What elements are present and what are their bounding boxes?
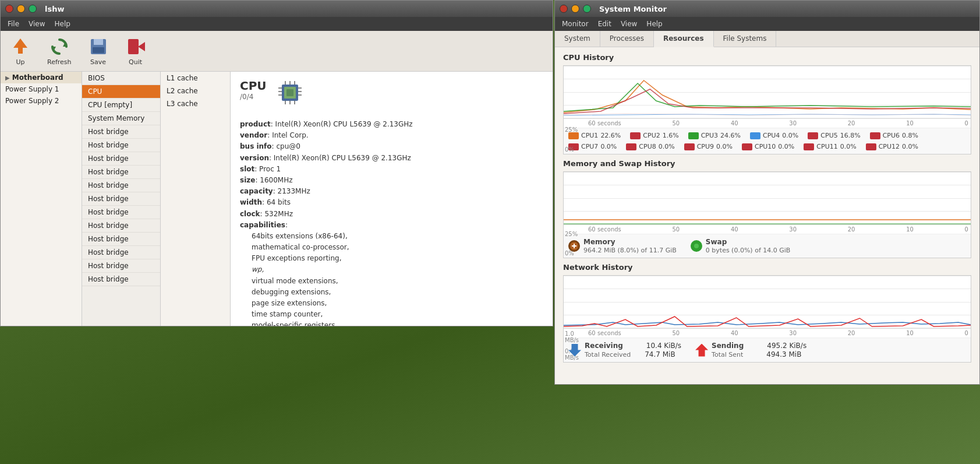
- swap-detail: Swap 0 bytes (0.0%) of 14.0 GiB: [706, 238, 791, 254]
- tab-processes[interactable]: Processes: [600, 31, 654, 47]
- legend-cpu1-value: 22.6%: [600, 132, 621, 139]
- legend-cpu6-color: [870, 132, 880, 139]
- refresh-button[interactable]: Refresh: [43, 34, 76, 68]
- legend-cpu9-value: 0.0%: [716, 143, 733, 150]
- tree-arrow-icon: ▶: [5, 75, 10, 81]
- cache-l3[interactable]: L3 cache: [161, 97, 230, 110]
- lshw-title: lshw: [45, 5, 64, 13]
- legend-cpu12-color: [866, 143, 876, 150]
- comp-host-bridge-10[interactable]: Host bridge: [82, 246, 160, 259]
- legend-cpu11-color: [804, 143, 814, 150]
- cap-7: time stamp counter,: [252, 309, 543, 320]
- comp-host-bridge-3[interactable]: Host bridge: [82, 152, 160, 166]
- cpu-y-0: 0%: [565, 146, 585, 153]
- mem-t-40: 40: [731, 226, 738, 233]
- sysmon-close-button[interactable]: [560, 5, 568, 13]
- cpu-t-50: 50: [672, 120, 680, 126]
- cache-l2[interactable]: L2 cache: [161, 85, 230, 97]
- comp-cpu[interactable]: CPU: [82, 85, 160, 99]
- bus-info-label: bus info: [240, 142, 272, 150]
- lshw-toolbar: Up Refresh Save: [1, 31, 553, 72]
- comp-host-bridge-6[interactable]: Host bridge: [82, 192, 160, 206]
- sysmon-tabs: System Processes Resources File Systems: [555, 31, 979, 47]
- comp-host-bridge-5[interactable]: Host bridge: [82, 179, 160, 192]
- mem-time-labels: 60 seconds 50 40 30 20 10 0: [564, 224, 971, 234]
- network-legend: Receiving 10.4 KiB/s Total Received 74.7…: [564, 338, 971, 362]
- net-t-30: 30: [789, 330, 797, 336]
- legend-cpu9-label: CPU9: [697, 143, 714, 150]
- cache-l1[interactable]: L1 cache: [161, 72, 230, 85]
- net-t-40: 40: [731, 330, 738, 336]
- tab-resources[interactable]: Resources: [654, 31, 714, 47]
- legend-cpu3-label: CPU3: [701, 132, 718, 139]
- mem-t-0: 0: [965, 226, 968, 233]
- sending-value: 495.2 KiB/s: [767, 342, 806, 350]
- close-button[interactable]: [5, 5, 13, 13]
- cap-2: FPU exceptions reporting,: [252, 253, 543, 264]
- lshw-titlebar: lshw: [1, 1, 553, 17]
- network-chart-svg: [564, 276, 971, 328]
- comp-bios[interactable]: BIOS: [82, 72, 160, 85]
- swap-label: Swap: [706, 238, 791, 246]
- maximize-button[interactable]: [29, 5, 37, 13]
- save-button[interactable]: Save: [83, 34, 114, 68]
- sysmon-menu-monitor[interactable]: Monitor: [557, 17, 593, 31]
- mem-t-60: 60 seconds: [588, 226, 621, 233]
- comp-host-bridge-7[interactable]: Host bridge: [82, 206, 160, 219]
- clock-value: 532MHz: [264, 210, 293, 218]
- lshw-menubar: File View Help: [1, 17, 553, 31]
- menu-help[interactable]: Help: [50, 17, 75, 31]
- net-t-0: 0: [965, 330, 968, 336]
- mem-y-0: 0%: [565, 250, 585, 256]
- mem-t-30: 30: [789, 226, 797, 233]
- legend-cpu4: CPU4 0.0%: [750, 132, 798, 139]
- comp-host-bridge-8[interactable]: Host bridge: [82, 219, 160, 233]
- hardware-tree: ▶ Motherboard Power Supply 1 Power Suppl…: [1, 72, 82, 326]
- menu-view[interactable]: View: [24, 17, 49, 31]
- quit-icon: [125, 36, 146, 57]
- cap-6: page size extensions,: [252, 298, 543, 309]
- width-value: 64 bits: [267, 198, 291, 206]
- sending-legend-item: Sending 495.2 KiB/s Total Sent 494.3 MiB: [695, 342, 806, 358]
- quit-button[interactable]: Quit: [121, 34, 151, 68]
- tree-item-psu1[interactable]: Power Supply 1: [1, 83, 82, 95]
- svg-rect-7: [128, 39, 139, 54]
- tab-system[interactable]: System: [555, 31, 600, 47]
- up-button[interactable]: Up: [5, 34, 36, 68]
- sysmon-menu-help[interactable]: Help: [642, 17, 667, 31]
- memory-detail: Memory 964.2 MiB (8.0%) of 11.7 GiB: [583, 238, 677, 254]
- comp-cpu-empty[interactable]: CPU [empty]: [82, 99, 160, 112]
- legend-cpu8-color: [626, 143, 636, 150]
- sysmon-maximize-button[interactable]: [583, 5, 591, 13]
- legend-cpu5-color: [808, 132, 818, 139]
- comp-host-bridge-9[interactable]: Host bridge: [82, 233, 160, 246]
- cpu-path: /0/4: [240, 93, 267, 101]
- legend-cpu3-value: 24.6%: [720, 132, 741, 139]
- capacity-value: 2133MHz: [278, 187, 310, 195]
- cpu-time-labels: 60 seconds 50 40 30 20 10 0: [564, 118, 971, 128]
- sysmon-menu-edit[interactable]: Edit: [593, 17, 616, 31]
- comp-host-bridge-11[interactable]: Host bridge: [82, 259, 160, 273]
- slot-value: Proc 1: [259, 165, 281, 173]
- comp-host-bridge-12[interactable]: Host bridge: [82, 273, 160, 286]
- slot-label: slot: [240, 165, 254, 173]
- tree-item-psu2[interactable]: Power Supply 2: [1, 95, 82, 107]
- tree-item-motherboard[interactable]: ▶ Motherboard: [1, 72, 82, 83]
- capabilities-label: capabilities: [240, 221, 285, 229]
- comp-host-bridge-1[interactable]: Host bridge: [82, 125, 160, 139]
- sysmon-minimize-button[interactable]: [571, 5, 579, 13]
- memory-history-chart: 100% 75% 50% 25% 0%: [563, 171, 971, 258]
- comp-sys-memory[interactable]: System Memory: [82, 112, 160, 125]
- sysmon-title: System Monitor: [599, 5, 667, 13]
- comp-host-bridge-4[interactable]: Host bridge: [82, 166, 160, 179]
- menu-file[interactable]: File: [3, 17, 24, 31]
- minimize-button[interactable]: [17, 5, 25, 13]
- sysmon-menu-view[interactable]: View: [616, 17, 642, 31]
- legend-cpu2-color: [630, 132, 641, 139]
- cpu-t-30: 30: [789, 120, 797, 126]
- total-sent-label: Total Sent: [712, 351, 743, 358]
- legend-cpu11: CPU11 0.0%: [804, 143, 856, 150]
- legend-cpu10-label: CPU10: [755, 143, 776, 150]
- tab-filesystems[interactable]: File Systems: [714, 31, 777, 47]
- comp-host-bridge-2[interactable]: Host bridge: [82, 139, 160, 152]
